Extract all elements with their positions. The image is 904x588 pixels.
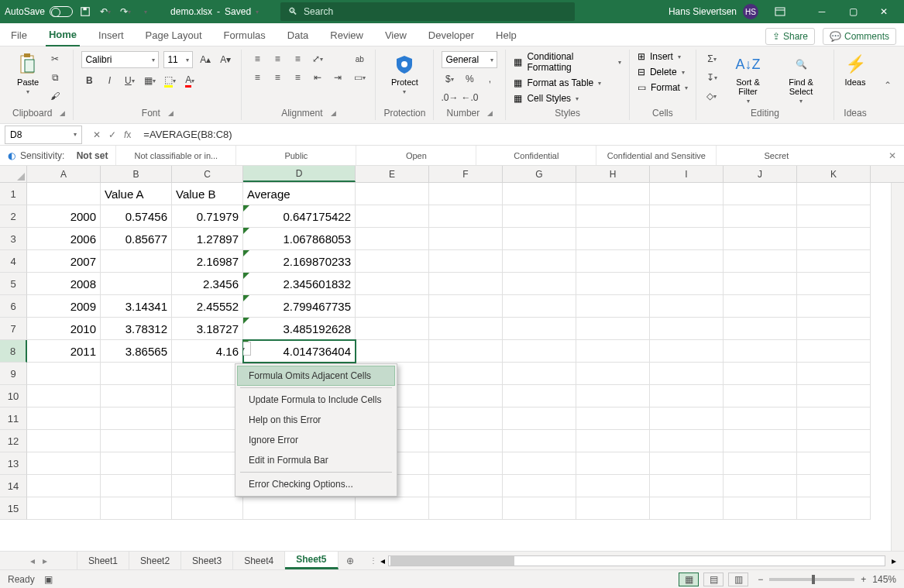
format-as-table-button[interactable]: ▦Format as Table▾	[514, 77, 621, 88]
cell-C3[interactable]: 1.27897	[172, 228, 243, 250]
sheet-tab-sheet4[interactable]: Sheet4	[233, 552, 285, 569]
cell-E5[interactable]	[356, 273, 429, 295]
cell-K8[interactable]	[797, 340, 871, 363]
cell-I7[interactable]	[650, 318, 724, 340]
cell-G2[interactable]	[503, 205, 576, 228]
view-page-layout-icon[interactable]: ▤	[703, 573, 724, 586]
decrease-font-icon[interactable]: A▾	[218, 52, 233, 67]
currency-icon[interactable]: $▾	[442, 71, 457, 87]
tab-formulas[interactable]: Formulas	[221, 26, 269, 46]
sensitivity-opt-1[interactable]: Public	[235, 146, 356, 165]
cell-H9[interactable]	[576, 363, 650, 385]
ctx-edit-formula-bar[interactable]: Edit in Formula Bar	[237, 450, 395, 470]
align-bottom-icon[interactable]: ≡	[290, 51, 305, 67]
cell-C2[interactable]: 0.71979	[172, 205, 243, 228]
increase-indent-icon[interactable]: ⇥	[330, 70, 345, 85]
cell-J8[interactable]	[724, 340, 797, 363]
close-sensitivity-icon[interactable]: ✕	[881, 150, 904, 161]
cell-K12[interactable]	[797, 430, 871, 452]
cell-I2[interactable]	[650, 205, 724, 228]
select-all-corner[interactable]	[0, 166, 27, 182]
tab-review[interactable]: Review	[327, 26, 366, 46]
cell-H6[interactable]	[576, 295, 650, 318]
cell-G12[interactable]	[503, 430, 576, 452]
cell-B1[interactable]: Value A	[101, 183, 172, 205]
paste-button[interactable]: Paste▾	[15, 51, 41, 97]
row-header-3[interactable]: 3	[0, 228, 27, 250]
cell-G8[interactable]	[503, 340, 576, 363]
cell-K3[interactable]	[797, 228, 871, 250]
hscroll-right-icon[interactable]: ▸	[892, 555, 896, 566]
zoom-level[interactable]: 145%	[872, 574, 896, 585]
align-middle-icon[interactable]: ≡	[270, 51, 285, 67]
cell-I11[interactable]	[650, 407, 724, 430]
filename-area[interactable]: demo.xlsx - Saved ▾	[170, 6, 259, 17]
underline-icon[interactable]: U▾	[122, 73, 137, 88]
cell-B2[interactable]: 0.57456	[101, 205, 172, 228]
ctx-error-checking-options[interactable]: Error Checking Options...	[237, 474, 395, 494]
cell-H5[interactable]	[576, 273, 650, 295]
cell-K2[interactable]	[797, 205, 871, 228]
col-header-H[interactable]: H	[576, 166, 650, 182]
cell-styles-button[interactable]: ▦Cell Styles▾	[514, 93, 621, 104]
cell-K13[interactable]	[797, 452, 871, 475]
launcher-icon[interactable]: ◢	[168, 109, 174, 117]
cell-K14[interactable]	[797, 475, 871, 497]
row-header-11[interactable]: 11	[0, 407, 27, 430]
cell-K4[interactable]	[797, 250, 871, 273]
cell-E2[interactable]	[356, 205, 429, 228]
ctx-update-formula[interactable]: Update Formula to Include Cells	[237, 390, 395, 410]
cell-J4[interactable]	[724, 250, 797, 273]
cell-B12[interactable]	[101, 430, 172, 452]
cell-B4[interactable]	[101, 250, 172, 273]
tab-developer[interactable]: Developer	[425, 26, 477, 46]
row-header-8[interactable]: 8	[0, 340, 27, 363]
cell-G6[interactable]	[503, 295, 576, 318]
cell-H15[interactable]	[576, 497, 650, 520]
error-indicator[interactable]: !▾	[243, 342, 251, 356]
bold-icon[interactable]: B	[81, 73, 97, 88]
tab-scroll-left-icon[interactable]: ◂	[30, 555, 35, 566]
row-header-9[interactable]: 9	[0, 363, 27, 385]
row-header-6[interactable]: 6	[0, 295, 27, 318]
format-cells-button[interactable]: ▭Format▾	[638, 82, 688, 93]
find-select-button[interactable]: 🔍 Find & Select▾	[776, 51, 826, 106]
sheet-tab-sheet5[interactable]: Sheet5	[285, 552, 338, 569]
enter-formula-icon[interactable]: ✓	[108, 129, 116, 140]
row-header-14[interactable]: 14	[0, 475, 27, 497]
cell-A10[interactable]	[27, 385, 101, 407]
align-center-icon[interactable]: ≡	[270, 70, 285, 85]
font-size-combo[interactable]: 11▾	[163, 51, 193, 68]
cell-F14[interactable]	[429, 475, 503, 497]
cell-J2[interactable]	[724, 205, 797, 228]
cell-A5[interactable]: 2008	[27, 273, 101, 295]
cell-C4[interactable]: 2.16987	[172, 250, 243, 273]
share-button[interactable]: ⇪Share	[765, 28, 815, 45]
increase-font-icon[interactable]: A▴	[198, 52, 213, 67]
cell-K11[interactable]	[797, 407, 871, 430]
cell-F11[interactable]	[429, 407, 503, 430]
cell-G9[interactable]	[503, 363, 576, 385]
fx-icon[interactable]: fx	[124, 129, 131, 140]
cell-F13[interactable]	[429, 452, 503, 475]
sheet-tab-sheet3[interactable]: Sheet3	[181, 552, 233, 569]
cancel-formula-icon[interactable]: ✕	[93, 129, 101, 140]
cell-H8[interactable]	[576, 340, 650, 363]
cell-I5[interactable]	[650, 273, 724, 295]
comments-button[interactable]: 💬Comments	[823, 28, 896, 45]
delete-cells-button[interactable]: ⊟Delete▾	[638, 67, 688, 77]
cell-G4[interactable]	[503, 250, 576, 273]
cell-I12[interactable]	[650, 430, 724, 452]
launcher-icon[interactable]: ◢	[487, 109, 493, 117]
formula-input[interactable]: =AVERAGE(B8:C8)	[139, 129, 904, 140]
cell-C9[interactable]	[172, 363, 243, 385]
cell-H4[interactable]	[576, 250, 650, 273]
tab-view[interactable]: View	[382, 26, 410, 46]
cell-F8[interactable]	[429, 340, 503, 363]
cell-K10[interactable]	[797, 385, 871, 407]
cell-C7[interactable]: 3.18727	[172, 318, 243, 340]
cell-D2[interactable]: 0.647175422	[243, 205, 356, 228]
ctx-ignore-error[interactable]: Ignore Error	[237, 430, 395, 450]
copy-icon[interactable]: ⧉	[47, 70, 63, 85]
hscroll-left-icon[interactable]: ◂	[380, 555, 385, 566]
